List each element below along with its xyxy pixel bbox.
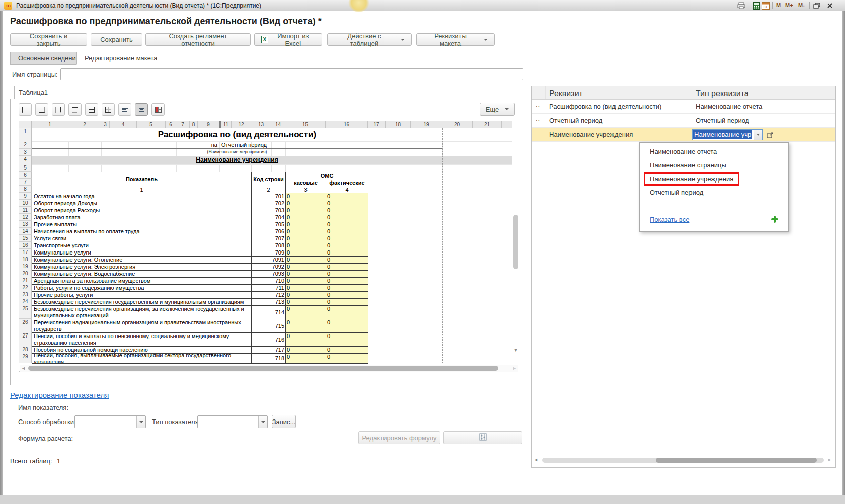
cash-cell[interactable]: 0 [286,354,326,363]
code-cell[interactable]: 710 [252,278,286,284]
memory-button[interactable]: M [776,2,781,8]
row-header-18[interactable]: 18 [19,256,32,263]
scroll-right-arrow[interactable]: ► [827,456,832,463]
row-header-10[interactable]: 10 [19,200,32,207]
sheet-body[interactable]: Расшифровка по (вид деятельности) на Отч… [32,128,512,365]
row-header-5[interactable]: 5 [19,164,32,172]
column-header-19[interactable]: 19 [411,121,442,128]
code-cell[interactable]: 715 [252,319,286,332]
indicator-cell[interactable]: Коммунальные услуги [32,249,252,256]
scroll-down-arrow[interactable]: ▼ [513,347,519,354]
row-header-9[interactable]: 9 [19,193,32,200]
colnum-cell[interactable]: 3 [286,186,326,193]
indicator-cell[interactable]: Работы, услуги по содержанию имущества [32,285,252,291]
actual-cell[interactable]: 0 [326,347,368,353]
border-left-icon[interactable] [19,103,32,116]
layout-attributes-button[interactable]: Реквизиты макета [416,33,495,46]
cash-cell[interactable]: 0 [286,292,326,298]
scroll-left-arrow[interactable]: ◄ [534,456,539,463]
column-header-21[interactable]: 21 [473,121,502,128]
save-button[interactable]: Сохранить [91,33,142,46]
chevron-down-icon[interactable] [136,416,145,428]
indicator-cell[interactable]: Прочие работы, услуги [32,292,252,298]
indicator-cell[interactable]: Безвозмездные перечисления организациям,… [32,306,252,319]
row-header-27[interactable]: 27 [19,332,32,346]
row-header-26[interactable]: 26 [19,319,32,332]
create-regulation-button[interactable]: Создать регламент отчетности [145,33,251,46]
open-button[interactable] [765,130,775,139]
actual-header-cell[interactable]: фактические [326,179,368,186]
column-header-3[interactable]: 3 [101,121,110,128]
attribute-row[interactable]: .. Расшифровка по (вид деятельности) Наи… [532,100,835,114]
code-cell[interactable]: 716 [252,333,286,346]
event-caption-cell[interactable]: (Наименование мероприятия) [32,149,442,156]
code-cell[interactable]: 709 [252,249,286,256]
column-header-20[interactable]: 20 [442,121,473,128]
row-header-14[interactable]: 14 [19,228,32,235]
actual-cell[interactable]: 0 [326,278,368,284]
code-cell[interactable]: 7091 [252,257,286,263]
code-cell[interactable]: 706 [252,228,286,235]
calendar-icon[interactable]: 31 [761,2,770,10]
horizontal-scrollbar[interactable]: ◄ ► [20,365,518,372]
column-header-15[interactable]: 15 [285,121,326,128]
cash-cell[interactable]: 0 [286,347,326,353]
calculator-icon[interactable] [752,2,761,10]
row-header-21[interactable]: 21 [19,277,32,284]
actual-cell[interactable]: 0 [326,354,368,363]
code-cell[interactable]: 705 [252,221,286,228]
code-cell[interactable]: 703 [252,207,286,214]
attribute-row-selected[interactable]: Наименование учреждения Наименование учр [532,128,835,142]
edit-formula-button[interactable]: Редактировать формулу [358,431,440,444]
column-header-2[interactable]: 2 [68,121,101,128]
indicator-cell[interactable]: Начисления на выплаты по оплате труда [32,228,252,235]
panel-horizontal-scrollbar[interactable]: ◄ ► [534,456,832,464]
record-button[interactable]: Запис... [272,415,296,428]
horizontal-scrollbar-thumb[interactable] [28,366,498,371]
column-width-icon[interactable] [151,103,165,116]
column-header-13[interactable]: 13 [251,121,271,128]
colnum-cell[interactable]: 4 [326,186,368,193]
row-header-6[interactable]: 6 [19,172,32,179]
actual-cell[interactable]: 0 [326,200,368,207]
cash-cell[interactable]: 0 [286,193,326,200]
cash-cell[interactable]: 0 [286,306,326,319]
restore-window-icon[interactable] [812,2,821,10]
row-header-19[interactable]: 19 [19,263,32,270]
cash-cell[interactable]: 0 [286,278,326,284]
cash-cell[interactable]: 0 [286,271,326,277]
code-cell[interactable]: 708 [252,242,286,249]
on-label-cell[interactable]: на [32,141,219,149]
actual-cell[interactable]: 0 [326,221,368,228]
attribute-row[interactable]: .. Отчетный период Отчетный период [532,114,835,128]
actual-cell[interactable]: 0 [326,257,368,263]
organization-name-cell[interactable]: Наименование учреждения [32,156,512,164]
oms-header-cell[interactable]: ОМС [286,172,368,179]
chevron-down-icon[interactable] [754,130,762,140]
code-cell[interactable]: 711 [252,285,286,291]
actual-cell[interactable]: 0 [326,214,368,221]
row-header-22[interactable]: 22 [19,284,32,291]
row-header-29[interactable]: 29 [19,353,32,363]
column-header-5[interactable]: 5 [137,121,166,128]
page-name-input[interactable] [60,68,523,80]
processing-method-select[interactable] [74,415,146,428]
cash-cell[interactable]: 0 [286,228,326,235]
column-header-16[interactable]: 16 [326,121,368,128]
code-cell[interactable]: 707 [252,235,286,242]
report-period-cell[interactable]: Отчетный период [221,141,372,149]
close-icon[interactable] [825,2,834,10]
border-bottom-icon[interactable] [35,103,48,116]
code-cell[interactable]: 718 [252,354,286,363]
border-top-icon[interactable] [68,103,82,116]
row-header-3[interactable]: 3 [19,149,32,156]
indicator-cell[interactable]: Безвозмездные перечисления государственн… [32,299,252,305]
column-header-11[interactable]: 11 [219,121,232,128]
cash-cell[interactable]: 0 [286,249,326,256]
row-header-20[interactable]: 20 [19,270,32,277]
scroll-right-arrow[interactable]: ► [512,365,517,372]
row-header-4[interactable]: 4 [19,156,32,164]
import-excel-button[interactable]: X Импорт из Excel [254,33,322,46]
actual-cell[interactable]: 0 [326,292,368,298]
save-and-close-button[interactable]: Сохранить и закрыть [10,33,87,46]
